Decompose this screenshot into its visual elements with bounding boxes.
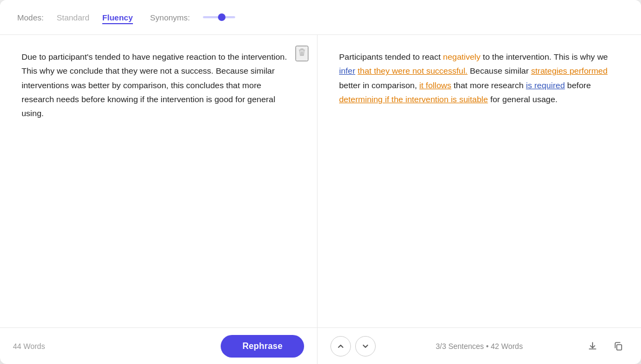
phrase-strategies-performed: strategies performed [531,66,608,75]
phrase-it-follows: it follows [419,81,451,90]
right-text-area[interactable]: Participants tended to react negatively … [318,35,641,327]
right-footer: 3/3 Sentences • 42 Words [318,327,641,364]
left-text-area[interactable]: Due to participant's tended to have nega… [0,35,317,327]
word-count: 44 Words [13,342,45,351]
rephrase-button[interactable]: Rephrase [221,335,304,358]
app-container: Modes: Standard Fluency Synonyms: Due to… [0,0,641,364]
main-content: Due to participant's tended to have nega… [0,35,641,364]
slider-thumb [218,13,226,21]
slider-track [203,16,235,18]
synonyms-slider[interactable] [203,16,235,18]
word-negatively: negatively [443,52,481,61]
nav-buttons [330,336,376,356]
phrase-not-successful: that they were not successful. [357,66,467,75]
phrase-is-required: is required [526,81,565,90]
delete-button[interactable] [295,46,308,61]
sentence-info: 3/3 Sentences • 42 Words [436,342,523,351]
left-text: Due to participant's tended to have nega… [22,52,287,118]
toolbar: Modes: Standard Fluency Synonyms: [0,0,641,35]
copy-button[interactable] [609,337,628,356]
mode-fluency[interactable]: Fluency [102,11,133,24]
svg-rect-0 [617,345,622,350]
right-text: Participants tended to react negatively … [339,50,619,106]
phrase-determining: determining if the intervention is suita… [339,95,488,104]
next-sentence-button[interactable] [355,336,376,356]
left-panel: Due to participant's tended to have nega… [0,35,318,364]
left-footer: 44 Words Rephrase [0,327,317,364]
right-panel: Participants tended to react negatively … [318,35,641,364]
right-actions [583,337,628,356]
mode-standard[interactable]: Standard [57,11,89,24]
word-infer: infer [339,66,355,75]
download-button[interactable] [583,337,602,356]
modes-label: Modes: [17,13,44,22]
synonyms-label: Synonyms: [150,13,190,22]
word-usage: usage. [532,95,558,104]
prev-sentence-button[interactable] [330,336,351,356]
